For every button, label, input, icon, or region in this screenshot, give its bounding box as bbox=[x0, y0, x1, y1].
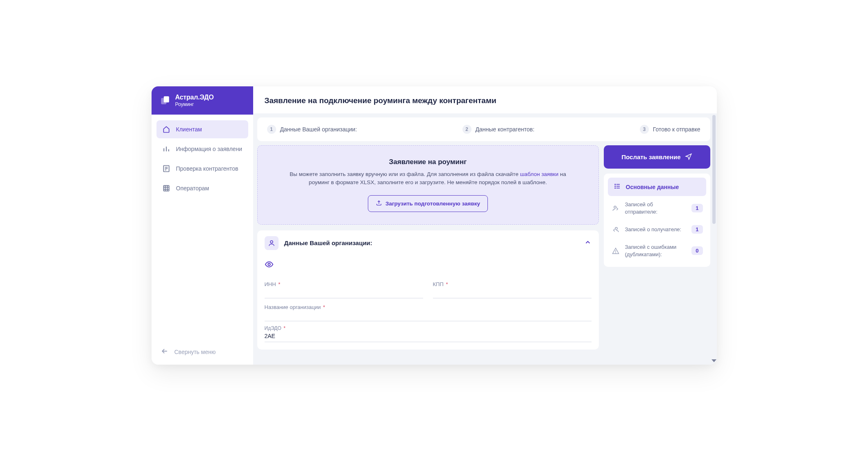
step-label: Данные Вашей организации: bbox=[280, 126, 357, 133]
document-list-icon bbox=[162, 165, 170, 173]
person-right-icon bbox=[611, 205, 620, 212]
form-column: Заявление на роуминг Вы можете заполнить… bbox=[257, 145, 599, 365]
chevron-up-icon[interactable] bbox=[584, 239, 592, 248]
visibility-toggle[interactable] bbox=[265, 257, 592, 275]
sidebar-item-label: Клиентам bbox=[176, 126, 202, 133]
scrollbar[interactable] bbox=[712, 115, 716, 356]
step-3[interactable]: 3 Готово к отправке bbox=[640, 125, 700, 134]
svg-rect-1 bbox=[163, 96, 169, 102]
stepper: 1 Данные Вашей организации: 2 Данные кон… bbox=[257, 117, 710, 141]
sidebar-item-info[interactable]: Информация о заявлени bbox=[156, 140, 248, 158]
brand-text: Астрал.ЭДО Роуминг bbox=[175, 94, 214, 107]
kpp-label: КПП * bbox=[433, 281, 592, 287]
svg-point-15 bbox=[270, 241, 273, 243]
upload-icon bbox=[376, 200, 382, 207]
step-1[interactable]: 1 Данные Вашей организации: bbox=[267, 125, 357, 134]
stat-row-errors: Записей с ошибками (дубликатами): 0 bbox=[608, 239, 706, 263]
step-number: 3 bbox=[640, 125, 649, 134]
callout-title: Заявление на роуминг bbox=[282, 158, 574, 166]
svg-point-21 bbox=[615, 186, 616, 187]
kpp-input[interactable] bbox=[433, 287, 592, 298]
brand-block: Астрал.ЭДО Роуминг bbox=[152, 86, 253, 115]
stats-card: Основные данные Записей об отправителе: … bbox=[604, 174, 710, 267]
home-icon bbox=[162, 125, 170, 133]
kpp-field: КПП * bbox=[433, 281, 592, 298]
org-name-label: Название организации * bbox=[265, 304, 592, 310]
field-row: ИдЭДО * bbox=[265, 325, 592, 342]
inn-field: ИНН * bbox=[265, 281, 423, 298]
upload-button-label: Загрузить подготовленную заявку bbox=[385, 201, 480, 207]
brand-title: Астрал.ЭДО bbox=[175, 94, 214, 101]
svg-point-20 bbox=[615, 184, 616, 185]
side-column: Послать заявление Основные данные bbox=[604, 145, 710, 365]
submit-button-label: Послать заявление bbox=[621, 153, 680, 160]
idedo-label: ИдЭДО * bbox=[265, 325, 592, 331]
main-header: Заявление на подключение роуминга между … bbox=[253, 86, 717, 113]
sidebar-item-verify[interactable]: Проверка контрагентов bbox=[156, 160, 248, 178]
svg-point-24 bbox=[615, 227, 617, 229]
warning-icon bbox=[611, 247, 620, 255]
arrow-left-icon bbox=[161, 347, 169, 356]
scrollbar-thumb[interactable] bbox=[712, 115, 716, 224]
person-icon bbox=[265, 236, 279, 250]
sidebar-item-label: Проверка контрагентов bbox=[176, 165, 238, 172]
upload-file-button[interactable]: Загрузить подготовленную заявку bbox=[368, 195, 488, 212]
field-row: Название организации * bbox=[265, 304, 592, 321]
sidebar-item-label: Информация о заявлени bbox=[176, 146, 242, 152]
stat-label: Записей о получателе: bbox=[625, 226, 687, 233]
step-2[interactable]: 2 Данные контрагентов: bbox=[462, 125, 535, 134]
main-area: Заявление на подключение роуминга между … bbox=[253, 86, 717, 365]
org-name-input[interactable] bbox=[265, 310, 592, 321]
stat-badge: 1 bbox=[691, 225, 703, 234]
org-data-panel: Данные Вашей организации: ИНН * bbox=[257, 230, 599, 350]
content-area: Заявление на роуминг Вы можете заполнить… bbox=[253, 141, 717, 365]
inn-label: ИНН * bbox=[265, 281, 423, 287]
panel-title: Данные Вашей организации: bbox=[284, 239, 578, 246]
sidebar-item-operators[interactable]: Операторам bbox=[156, 179, 248, 197]
stat-row-sender: Записей об отправителе: 1 bbox=[608, 196, 706, 220]
submit-application-button[interactable]: Послать заявление bbox=[604, 145, 710, 169]
step-label: Данные контрагентов: bbox=[476, 126, 535, 133]
svg-point-22 bbox=[615, 188, 616, 189]
collapse-menu-label: Свернуть меню bbox=[175, 349, 216, 355]
panel-body: ИНН * КПП * Название организации * bbox=[257, 256, 599, 350]
brand-logo-icon bbox=[160, 95, 170, 106]
svg-point-16 bbox=[268, 263, 270, 266]
svg-rect-9 bbox=[163, 185, 169, 191]
stat-badge: 1 bbox=[691, 204, 703, 212]
collapse-menu-button[interactable]: Свернуть меню bbox=[152, 339, 253, 365]
sidebar-item-label: Операторам bbox=[176, 185, 209, 192]
svg-point-26 bbox=[615, 253, 616, 253]
send-icon bbox=[685, 153, 692, 161]
field-row: ИНН * КПП * bbox=[265, 281, 592, 298]
sidebar: Астрал.ЭДО Роуминг Клиентам Информация о… bbox=[152, 86, 253, 365]
sidebar-nav: Клиентам Информация о заявлени Проверка … bbox=[152, 115, 253, 203]
svg-point-23 bbox=[614, 206, 616, 208]
upload-callout: Заявление на роуминг Вы можете заполнить… bbox=[257, 145, 599, 225]
stats-header-label: Основные данные bbox=[626, 184, 679, 190]
bars-icon bbox=[162, 145, 170, 153]
stat-label: Записей об отправителе: bbox=[625, 201, 687, 215]
stats-header[interactable]: Основные данные bbox=[608, 178, 706, 196]
step-label: Готово к отправке bbox=[653, 126, 700, 133]
stat-label: Записей с ошибками (дубликатами): bbox=[625, 244, 687, 258]
org-name-field: Название организации * bbox=[265, 304, 592, 321]
idedo-input[interactable] bbox=[265, 331, 592, 342]
callout-description: Вы можете заполнить заявку вручную или и… bbox=[282, 170, 574, 187]
brand-subtitle: Роуминг bbox=[175, 101, 214, 107]
callout-text-before: Вы можете заполнить заявку вручную или и… bbox=[290, 171, 520, 177]
page-title: Заявление на подключение роуминга между … bbox=[265, 96, 705, 105]
idedo-field: ИдЭДО * bbox=[265, 325, 592, 342]
sidebar-item-clients[interactable]: Клиентам bbox=[156, 120, 248, 138]
list-icon bbox=[614, 183, 621, 191]
inn-input[interactable] bbox=[265, 287, 423, 298]
building-icon bbox=[162, 184, 170, 192]
template-download-link[interactable]: шаблон заявки bbox=[520, 171, 558, 177]
panel-header[interactable]: Данные Вашей организации: bbox=[257, 230, 599, 256]
person-left-icon bbox=[611, 226, 620, 233]
step-number: 2 bbox=[462, 125, 471, 134]
step-number: 1 bbox=[267, 125, 276, 134]
stat-badge: 0 bbox=[691, 246, 703, 255]
stat-row-recipient: Записей о получателе: 1 bbox=[608, 220, 706, 239]
app-window: Астрал.ЭДО Роуминг Клиентам Информация о… bbox=[152, 86, 717, 365]
